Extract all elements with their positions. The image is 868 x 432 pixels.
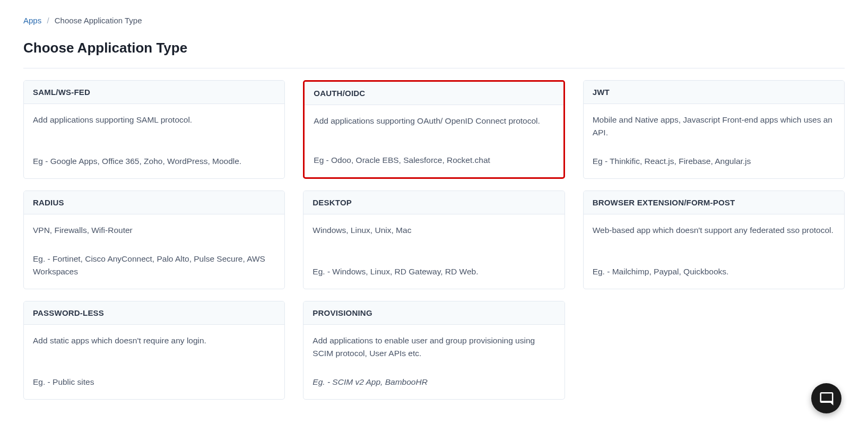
card-password-less[interactable]: PASSWORD-LESSAdd static apps which doesn… [23, 301, 285, 400]
card-browser-extension[interactable]: BROWSER EXTENSION/FORM-POSTWeb-based app… [583, 191, 845, 289]
card-header: RADIUS [24, 191, 284, 214]
card-body: Mobile and Native apps, Javascript Front… [584, 104, 844, 178]
card-header: BROWSER EXTENSION/FORM-POST [584, 191, 844, 214]
card-example: Eg. - Windows, Linux, RD Gateway, RD Web… [313, 265, 555, 278]
chat-button[interactable] [811, 383, 841, 413]
card-description: Web-based app which doesn't support any … [593, 224, 835, 237]
card-body: Add applications supporting SAML protoco… [24, 104, 284, 178]
page-title: Choose Application Type [23, 40, 845, 56]
card-desktop[interactable]: DESKTOPWindows, Linux, Unix, MacEg. - Wi… [303, 191, 565, 289]
card-description: Windows, Linux, Unix, Mac [313, 224, 555, 237]
card-example: Eg - Thinkific, React.js, Firebase, Angu… [593, 155, 835, 168]
card-description: Mobile and Native apps, Javascript Front… [593, 114, 835, 139]
card-saml-wsfed[interactable]: SAML/WS-FEDAdd applications supporting S… [23, 80, 285, 179]
card-header: SAML/WS-FED [24, 81, 284, 104]
card-description: Add applications supporting OAuth/ OpenI… [314, 115, 554, 127]
card-body: Add applications supporting OAuth/ OpenI… [305, 105, 563, 177]
card-header: OAUTH/OIDC [305, 82, 563, 105]
card-description: VPN, Firewalls, Wifi-Router [33, 224, 275, 237]
breadcrumb-separator: / [47, 16, 49, 25]
breadcrumb: Apps / Choose Application Type [23, 16, 845, 25]
card-jwt[interactable]: JWTMobile and Native apps, Javascript Fr… [583, 80, 845, 179]
breadcrumb-link-apps[interactable]: Apps [23, 16, 41, 25]
card-body: VPN, Firewalls, Wifi-RouterEg. - Fortine… [24, 214, 284, 289]
breadcrumb-current: Choose Application Type [55, 16, 142, 25]
card-example: Eg. - Public sites [33, 376, 275, 388]
card-header: PROVISIONING [303, 301, 564, 325]
card-header: DESKTOP [303, 191, 564, 214]
card-header: JWT [584, 81, 844, 104]
card-oauth-oidc[interactable]: OAUTH/OIDCAdd applications supporting OA… [303, 80, 565, 179]
card-body: Add applications to enable user and grou… [303, 325, 564, 399]
card-description: Add applications supporting SAML protoco… [33, 114, 275, 126]
card-provisioning[interactable]: PROVISIONINGAdd applications to enable u… [303, 301, 565, 400]
card-description: Add applications to enable user and grou… [313, 334, 555, 360]
chat-icon [819, 390, 835, 408]
card-description: Add static apps which doesn't require an… [33, 334, 275, 347]
card-example: Eg. - SCIM v2 App, BambooHR [313, 376, 555, 388]
card-body: Web-based app which doesn't support any … [584, 214, 844, 289]
card-radius[interactable]: RADIUSVPN, Firewalls, Wifi-RouterEg. - F… [23, 191, 285, 289]
card-header: PASSWORD-LESS [24, 301, 284, 325]
cards-grid: SAML/WS-FEDAdd applications supporting S… [23, 80, 845, 400]
card-example: Eg. - Mailchimp, Paypal, Quickbooks. [593, 265, 835, 278]
card-example: Eg. - Fortinet, Cisco AnyConnect, Palo A… [33, 253, 275, 278]
card-example: Eg - Odoo, Oracle EBS, Salesforce, Rocke… [314, 154, 554, 167]
card-body: Windows, Linux, Unix, MacEg. - Windows, … [303, 214, 564, 289]
divider [23, 68, 845, 68]
card-body: Add static apps which doesn't require an… [24, 325, 284, 399]
card-example: Eg - Google Apps, Office 365, Zoho, Word… [33, 155, 275, 168]
